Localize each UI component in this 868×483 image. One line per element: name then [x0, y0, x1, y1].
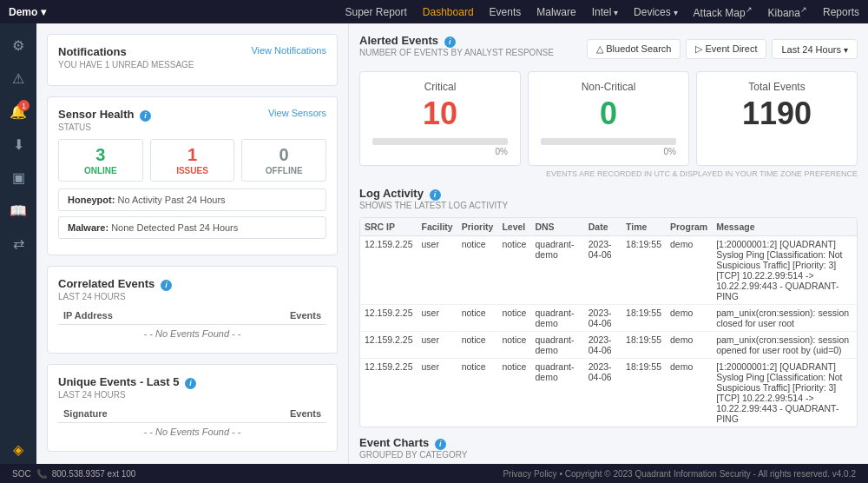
critical-event-card[interactable]: Critical 10 0%: [359, 71, 521, 166]
nav-super-report[interactable]: Super Report: [345, 6, 406, 18]
nav-devices[interactable]: Devices: [634, 6, 677, 18]
sensor-health-info-icon[interactable]: i: [140, 110, 151, 122]
nav-malware[interactable]: Malware: [536, 6, 575, 18]
log-table-row[interactable]: 12.159.2.25usernoticenoticequadrant-demo…: [360, 331, 857, 358]
sensor-offline-box: 0 OFFLINE: [241, 139, 326, 182]
alerted-title: Alerted Events i: [359, 34, 554, 48]
sidebar-book[interactable]: 📖: [3, 195, 33, 225]
sensor-health-header: Sensor Health i STATUS View Sensors: [58, 108, 326, 132]
critical-pct: 0%: [372, 147, 508, 156]
notifications-subtitle: YOU HAVE 1 UNREAD MESSAGE: [58, 60, 194, 69]
alerted-subtitle: NUMBER OF EVENTS BY ANALYST RESPONSE: [359, 48, 554, 57]
bluedot-search-button[interactable]: △ Bluedot Search: [587, 39, 681, 59]
sensor-health-title-group: Sensor Health i STATUS: [58, 108, 151, 132]
sidebar-soc[interactable]: ◈: [3, 434, 33, 464]
right-panel: Alerted Events i NUMBER OF EVENTS BY ANA…: [349, 23, 868, 464]
nav-reports[interactable]: Reports: [823, 6, 859, 18]
monitor-icon: ▣: [12, 169, 25, 186]
sidebar-transfer[interactable]: ⇄: [3, 228, 33, 258]
honeypot-value: No Activity Past 24 Hours: [117, 195, 225, 205]
notifications-title: Notifications: [58, 45, 194, 58]
sensor-honeypot-row: Honeypot: No Activity Past 24 Hours: [58, 189, 326, 211]
event-charts-info-icon[interactable]: i: [435, 439, 446, 450]
sensor-online-box: 3 ONLINE: [58, 139, 143, 182]
sidebar-monitor[interactable]: ▣: [3, 162, 33, 192]
notifications-title-group: Notifications YOU HAVE 1 UNREAD MESSAGE: [58, 45, 194, 69]
correlated-title: Correlated Events i: [58, 277, 172, 291]
unique-empty-msg: - - No Events Found - -: [58, 423, 326, 441]
sidebar-download[interactable]: ⬇: [3, 129, 33, 159]
nav-attack-map[interactable]: Attack Map↗: [694, 5, 753, 19]
sidebar-bottom: ◈: [3, 434, 33, 464]
critical-bar: 0%: [372, 138, 508, 156]
notifications-card: Notifications YOU HAVE 1 UNREAD MESSAGE …: [47, 34, 338, 86]
alerted-events-section: Alerted Events i NUMBER OF EVENTS BY ANA…: [359, 34, 858, 178]
log-activity-info-icon[interactable]: i: [430, 189, 441, 201]
sensor-issues-box: 1 ISSUES: [150, 139, 235, 182]
event-charts-subtitle: GROUPED BY CATEGORY: [359, 450, 858, 460]
log-col-time: Time: [621, 218, 666, 236]
settings-icon: ⚙: [12, 37, 24, 54]
log-col-date: Date: [584, 218, 621, 236]
nav-intel[interactable]: Intel: [592, 6, 618, 18]
correlated-subtitle: LAST 24 HOURS: [58, 292, 172, 301]
correlated-empty-row: - - No Events Found - -: [58, 325, 326, 343]
log-activity-section: Log Activity i SHOWS THE LATEST LOG ACTI…: [359, 187, 858, 427]
honeypot-label: Honeypot:: [68, 195, 115, 205]
correlated-empty-msg: - - No Events Found - -: [58, 325, 326, 343]
unique-header: Unique Events - Last 5 i LAST 24 HOURS: [58, 375, 326, 400]
critical-label: Critical: [372, 81, 508, 93]
unique-empty-row: - - No Events Found - -: [58, 423, 326, 441]
nav-dashboard[interactable]: Dashboard: [423, 6, 474, 18]
nav-events[interactable]: Events: [490, 6, 522, 18]
brand[interactable]: Demo ▾: [9, 6, 46, 18]
log-table-row[interactable]: 12.159.2.25usernoticenoticequadrant-demo…: [360, 235, 857, 304]
bluedot-icon: △: [596, 43, 606, 54]
footer-version: v4.0.2: [832, 469, 856, 479]
timerange-button[interactable]: Last 24 Hours: [772, 39, 858, 59]
log-col-srcip: SRC IP: [360, 218, 417, 236]
sidebar-alert[interactable]: ⚠: [3, 63, 33, 93]
correlated-events-card: Correlated Events i LAST 24 HOURS IP Add…: [47, 266, 338, 354]
event-cards-row: Critical 10 0% Non-Critical 0: [359, 71, 858, 166]
correlated-col-events: Events: [216, 307, 326, 325]
view-sensors-link[interactable]: View Sensors: [268, 108, 326, 118]
log-col-message: Message: [712, 218, 857, 236]
nav-kibana[interactable]: Kibana↗: [768, 5, 807, 19]
unique-col-sig: Signature: [58, 405, 210, 423]
log-col-level: Level: [497, 218, 530, 236]
unique-title: Unique Events - Last 5 i: [58, 375, 196, 389]
notifications-header: Notifications YOU HAVE 1 UNREAD MESSAGE …: [58, 45, 326, 69]
malware-value: None Detected Past 24 Hours: [111, 222, 238, 233]
nav-links: Super Report Dashboard Events Malware In…: [345, 5, 859, 19]
critical-progress-bg: [372, 138, 508, 145]
event-footer-note: EVENTS ARE RECORDED IN UTC & DISPLAYED I…: [359, 169, 858, 178]
total-num: 1190: [709, 96, 845, 131]
log-table-row[interactable]: 12.159.2.25usernoticenoticequadrant-demo…: [360, 304, 857, 331]
log-table-row[interactable]: 12.159.2.25usernoticenoticequadrant-demo…: [360, 358, 857, 427]
event-charts-section: Event Charts i GROUPED BY CATEGORY: [359, 436, 858, 460]
event-direct-button[interactable]: ▷ Event Direct: [686, 39, 766, 59]
sensor-offline-label: OFFLINE: [247, 166, 320, 175]
noncritical-event-card[interactable]: Non-Critical 0 0%: [528, 71, 689, 166]
log-table-header: SRC IP Facility Priority Level DNS Date …: [360, 218, 857, 236]
total-event-card[interactable]: Total Events 1190: [696, 71, 858, 166]
log-activity-subtitle: SHOWS THE LATEST LOG ACTIVITY: [359, 201, 858, 210]
sidebar-bell[interactable]: 🔔 1: [3, 96, 33, 126]
noncritical-bar: 0%: [541, 138, 676, 156]
brand-label: Demo: [9, 6, 37, 18]
sensor-malware-row: Malware: None Detected Past 24 Hours: [58, 216, 326, 239]
view-notifications-link[interactable]: View Notifications: [251, 45, 326, 56]
unique-col-events: Events: [210, 405, 326, 423]
log-table: SRC IP Facility Priority Level DNS Date …: [360, 218, 857, 427]
bell-badge: 1: [18, 100, 30, 111]
alerted-info-icon[interactable]: i: [444, 36, 456, 48]
sidebar-settings[interactable]: ⚙: [3, 30, 33, 60]
unique-events-card: Unique Events - Last 5 i LAST 24 HOURS S…: [47, 364, 338, 452]
correlated-col-ip: IP Address: [58, 307, 216, 325]
alerted-header: Alerted Events i NUMBER OF EVENTS BY ANA…: [359, 34, 858, 64]
unique-info-icon[interactable]: i: [185, 378, 196, 389]
log-table-container: SRC IP Facility Priority Level DNS Date …: [359, 217, 858, 427]
footer-phone: 800.538.9357 ext 100: [52, 469, 136, 479]
correlated-info-icon[interactable]: i: [161, 280, 172, 291]
